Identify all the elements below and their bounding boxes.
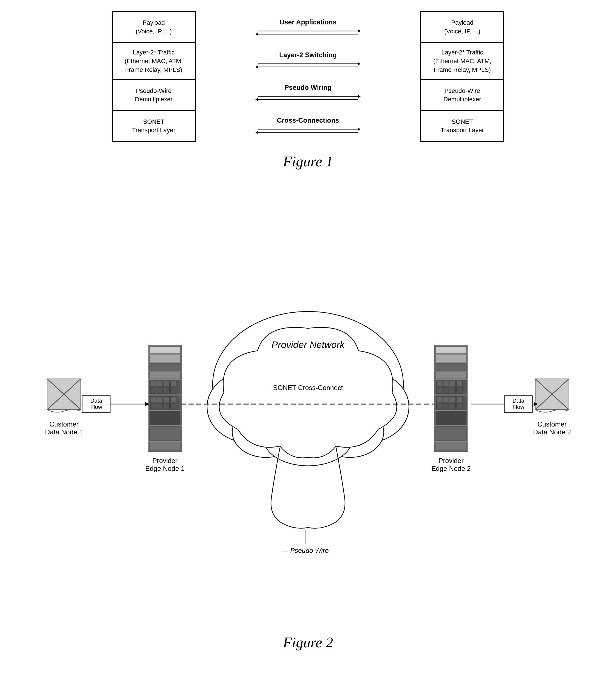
svg-rect-60 (450, 388, 456, 393)
svg-rect-39 (164, 396, 170, 402)
svg-rect-54 (437, 381, 442, 387)
svg-rect-65 (450, 396, 456, 402)
left-cell-payload: Payload(Voice, IP, ...) (112, 12, 195, 43)
svg-rect-43 (164, 403, 170, 409)
svg-marker-9 (358, 95, 360, 98)
svg-rect-47 (149, 442, 180, 450)
figure2-diagram: Provider Network SONET Cross-Connect (27, 295, 589, 626)
svg-rect-28 (150, 381, 156, 387)
right-cell-sonet: SONETTransport Layer (421, 110, 504, 142)
svg-rect-64 (443, 396, 449, 402)
customer1-label: Customer (49, 420, 79, 428)
svg-rect-72 (436, 426, 467, 440)
svg-rect-37 (150, 396, 156, 402)
left-stack: Payload(Voice, IP, ...) Layer-2* Traffic… (112, 11, 196, 142)
svg-rect-49 (436, 346, 467, 354)
svg-rect-59 (443, 388, 449, 393)
edge2-label: Provider (439, 457, 464, 464)
right-cell-payload: Payload(Voice, IP, ...) (421, 12, 504, 43)
svg-rect-25 (149, 364, 180, 370)
figure1-caption: Figure 1 (112, 153, 504, 170)
figure2-container: Provider Network SONET Cross-Connect (27, 295, 589, 651)
svg-rect-71 (436, 411, 467, 425)
arrow-row-pseudo: Pseudo Wiring (201, 77, 415, 108)
svg-rect-73 (436, 442, 467, 450)
svg-rect-67 (437, 403, 442, 409)
svg-rect-56 (450, 381, 456, 387)
svg-rect-51 (436, 364, 467, 370)
svg-rect-24 (149, 355, 180, 362)
pseudo-wire-label: — Pseudo Wire (281, 546, 329, 554)
right-cell-layer2: Layer-2* Traffic(Ethernet MAC, ATM,Frame… (421, 43, 504, 80)
arrow-row-user-apps: User Applications (201, 12, 415, 43)
svg-rect-38 (157, 396, 163, 402)
svg-rect-70 (457, 403, 462, 409)
edge2-label-2: Edge Node 2 (431, 465, 471, 472)
figure1-container: Payload(Voice, IP, ...) Layer-2* Traffic… (112, 11, 504, 170)
middle-section: User Applications Layer-2 Switching (196, 11, 420, 142)
sonet-cross-connect-label: SONET Cross-Connect (273, 384, 343, 392)
svg-rect-61 (457, 388, 462, 393)
svg-rect-32 (150, 388, 156, 393)
svg-rect-58 (437, 388, 442, 393)
arrow-label-cross: Cross-Connections (277, 117, 339, 124)
customer2-label-2: Data Node 2 (533, 428, 571, 436)
svg-rect-50 (436, 355, 467, 362)
svg-text:Data: Data (512, 398, 524, 404)
svg-rect-57 (457, 381, 462, 387)
edge1-label: Provider (152, 457, 177, 464)
svg-rect-35 (171, 388, 176, 393)
svg-rect-55 (443, 381, 449, 387)
figure2-caption: Figure 2 (27, 634, 589, 651)
svg-rect-44 (171, 403, 176, 409)
right-stack: Payload(Voice, IP, ...) Layer-2* Traffic… (420, 11, 504, 142)
right-cell-pseudowire: Pseudo-WireDemultiplexer (421, 80, 504, 110)
right-rack (434, 345, 468, 452)
arrow-row-cross: Cross-Connections (201, 110, 415, 141)
svg-rect-31 (171, 381, 176, 387)
svg-text:Flow: Flow (512, 404, 524, 410)
customer1-label-2: Data Node 1 (45, 428, 83, 436)
svg-marker-1 (358, 29, 360, 32)
svg-marker-5 (358, 62, 360, 65)
svg-marker-15 (256, 131, 258, 134)
svg-rect-34 (164, 388, 170, 393)
svg-text:Flow: Flow (90, 404, 103, 410)
svg-rect-40 (171, 396, 176, 402)
left-cell-sonet: SONETTransport Layer (112, 110, 195, 142)
svg-rect-29 (157, 381, 163, 387)
left-cell-layer2: Layer-2* Traffic(Ethernet MAC, ATM,Frame… (112, 43, 195, 80)
svg-rect-52 (436, 372, 467, 379)
svg-rect-41 (150, 403, 156, 409)
left-cell-pseudowire: Pseudo-WireDemultiplexer (112, 80, 195, 110)
arrow-label-pseudo: Pseudo Wiring (284, 84, 332, 92)
svg-rect-69 (450, 403, 456, 409)
svg-rect-26 (149, 372, 180, 379)
arrow-label-user-apps: User Applications (279, 18, 336, 26)
provider-network-label: Provider Network (271, 339, 345, 350)
edge1-label-2: Edge Node 1 (145, 465, 185, 472)
arrow-row-layer2: Layer-2 Switching (201, 45, 415, 76)
svg-rect-42 (157, 403, 163, 409)
left-rack (148, 345, 182, 452)
arrow-label-layer2: Layer-2 Switching (279, 51, 337, 59)
diagram1: Payload(Voice, IP, ...) Layer-2* Traffic… (112, 11, 504, 142)
svg-rect-33 (157, 388, 163, 393)
svg-marker-13 (358, 128, 360, 131)
svg-rect-23 (149, 346, 180, 354)
svg-rect-63 (437, 396, 442, 402)
svg-marker-3 (256, 32, 258, 36)
svg-marker-7 (256, 65, 258, 68)
svg-rect-66 (457, 396, 462, 402)
figure2-svg: Provider Network SONET Cross-Connect (27, 295, 589, 617)
right-customer-device (535, 379, 569, 412)
svg-rect-68 (443, 403, 449, 409)
left-customer-device (47, 379, 81, 412)
svg-rect-46 (149, 426, 180, 440)
svg-rect-30 (164, 381, 170, 387)
svg-marker-11 (256, 98, 258, 101)
svg-text:Data: Data (90, 398, 103, 404)
svg-rect-45 (149, 411, 180, 425)
customer2-label: Customer (537, 420, 567, 428)
